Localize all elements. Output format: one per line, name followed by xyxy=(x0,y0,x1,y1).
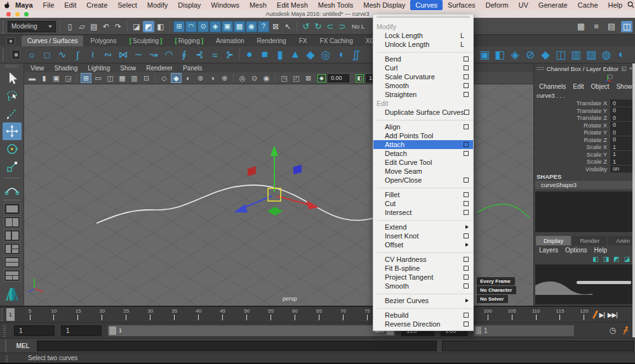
construction-history-off-icon[interactable]: ⊃ xyxy=(337,21,348,32)
attribute-value-field[interactable]: on xyxy=(610,166,633,172)
undock-panel-icon[interactable]: ◱ xyxy=(621,65,627,72)
shelf-tab[interactable]: Curves / Surfaces xyxy=(22,36,83,46)
insert-isoparm-icon[interactable]: ◍ xyxy=(599,47,614,62)
channel-box-menu-item[interactable]: Object xyxy=(591,83,610,90)
loft-icon[interactable]: ∬ xyxy=(349,47,364,62)
textured-icon[interactable]: ◐ xyxy=(183,73,194,83)
lock-selection-icon[interactable]: ⊠ xyxy=(270,21,281,32)
sculpt-surface-icon[interactable]: ◐ xyxy=(614,47,629,62)
panel-menu-item[interactable]: View xyxy=(30,65,44,72)
make-live-icon[interactable]: ▩ xyxy=(234,21,245,32)
resolution-gate-icon[interactable]: ◫ xyxy=(105,73,116,83)
modeling-toolkit-icon[interactable]: ▦ xyxy=(575,21,587,32)
option-box-icon[interactable] xyxy=(464,275,469,280)
channel-box-menu-item[interactable]: Show xyxy=(616,83,632,90)
step-forward-button[interactable]: ▶| xyxy=(599,311,605,318)
pencil-curve-icon[interactable]: ∫ xyxy=(70,47,85,62)
attribute-label[interactable]: Visibility xyxy=(585,166,607,172)
nurbs-cylinder-icon[interactable]: ▮ xyxy=(272,47,288,62)
keyframe-marker-icon[interactable]: ◆ xyxy=(318,74,326,82)
menu-item[interactable] xyxy=(377,117,473,122)
construction-history-on-icon[interactable]: ⊂ xyxy=(324,21,336,32)
select-object-icon[interactable]: ◩ xyxy=(143,21,154,32)
option-box-icon[interactable] xyxy=(464,56,469,62)
attribute-label[interactable]: Translate Z xyxy=(577,114,607,121)
attribute-label[interactable]: Rotate Y xyxy=(584,129,607,136)
panel-menu-item[interactable]: Renderer xyxy=(146,65,173,72)
panel-toolbar-icon[interactable] xyxy=(275,74,276,82)
lasso-select-tool[interactable] xyxy=(3,87,22,105)
layout-three-pane-button[interactable] xyxy=(4,270,20,282)
copy-layout-icon[interactable]: ◳ xyxy=(279,73,290,83)
layout-single-pane-button[interactable] xyxy=(4,203,20,215)
nurbs-plane-icon[interactable]: ◆ xyxy=(303,47,318,62)
menubar-item[interactable]: Select xyxy=(112,0,142,10)
menubar-item[interactable]: Mesh Tools xyxy=(313,0,358,10)
menubar-item[interactable]: Mesh xyxy=(244,0,272,10)
lights-icon[interactable]: ⊛ xyxy=(195,73,206,83)
menubar-item[interactable]: Modify xyxy=(142,0,173,10)
attribute-value-field[interactable]: 0 xyxy=(610,114,633,121)
highlight-selection-icon[interactable]: ↖ xyxy=(282,21,293,32)
nurbs-cone-icon[interactable]: ▲ xyxy=(288,47,303,62)
tearoff-panel-icon[interactable]: ⊠ xyxy=(303,73,314,83)
attribute-label[interactable]: Scale Z xyxy=(587,158,607,165)
shelf-tab[interactable]: FX Caching xyxy=(314,36,358,46)
menu-item[interactable]: Edit xyxy=(373,99,473,108)
go-to-end-button[interactable]: ▶▶| xyxy=(608,311,617,318)
layout-two-pane-side-button[interactable] xyxy=(4,230,20,242)
trim-icon[interactable]: ▥ xyxy=(568,47,584,62)
window-minimize-button[interactable] xyxy=(15,12,20,16)
panel-menu-item[interactable]: Show xyxy=(120,65,136,72)
safe-action-icon[interactable]: ⊡ xyxy=(141,73,152,83)
attribute-value-field[interactable]: 1 xyxy=(610,151,633,158)
arc-tool-icon[interactable]: ◠ xyxy=(161,47,177,62)
nurbs-torus-icon[interactable]: ◎ xyxy=(318,47,333,62)
layout-persp-outliner-button[interactable] xyxy=(4,243,20,255)
channel-box-menu-item[interactable]: Channels xyxy=(539,83,566,90)
panel-menu-item[interactable]: Panels xyxy=(183,65,203,72)
panel-toolbar-icon[interactable] xyxy=(233,74,234,82)
channel-box-icon[interactable]: ◫ xyxy=(621,21,632,32)
option-box-icon[interactable] xyxy=(464,124,469,129)
cut-curve-icon[interactable]: ≈ xyxy=(207,47,222,62)
attribute-value-field[interactable]: 1 xyxy=(610,143,633,150)
edit-points-icon[interactable]: ∮ xyxy=(177,47,192,62)
snap-grid-icon[interactable]: ⊞ xyxy=(173,21,185,32)
playback-start-field[interactable]: 1 xyxy=(61,325,102,336)
layer-editor-menu-item[interactable]: Layers xyxy=(539,247,558,254)
toolbox-grip[interactable] xyxy=(6,65,18,68)
layer-editor-menu-item[interactable]: Help xyxy=(594,247,607,254)
channel-box-menu-item[interactable]: Edit xyxy=(573,83,584,90)
menubar-item[interactable]: Generate xyxy=(533,0,573,10)
menu-item[interactable]: Fillet xyxy=(373,190,473,199)
rotate-tool[interactable] xyxy=(3,140,22,158)
menubar-item[interactable]: Create xyxy=(81,0,112,10)
select-hierarchy-icon[interactable]: ◪ xyxy=(131,21,142,32)
shelf-tab[interactable]: Rendering xyxy=(251,36,292,46)
shelf-grip[interactable] xyxy=(1,48,5,61)
layer-editor-tab[interactable]: Anim xyxy=(608,236,635,245)
option-box-icon[interactable] xyxy=(464,192,469,197)
layout-two-pane-stacked-button[interactable] xyxy=(4,256,20,268)
menu-item[interactable]: Bend xyxy=(373,55,473,63)
option-box-icon[interactable] xyxy=(464,74,469,79)
command-input-field[interactable] xyxy=(37,341,437,351)
shelf-menu-button[interactable] xyxy=(6,37,15,45)
menu-item[interactable]: Modify xyxy=(373,22,473,31)
revolve-icon[interactable]: ◖ xyxy=(333,47,349,62)
new-scene-icon[interactable]: ▯ xyxy=(64,21,76,32)
boundary-icon[interactable]: ⊘ xyxy=(523,47,538,62)
attribute-label[interactable]: Translate X xyxy=(577,100,607,107)
menubar-item[interactable]: Surfaces xyxy=(443,0,480,10)
extrude-icon[interactable]: ◧ xyxy=(492,47,507,62)
move-layer-down-icon[interactable]: ◨ xyxy=(603,256,609,263)
option-box-icon[interactable] xyxy=(464,313,469,318)
shelf-tab[interactable]: Polygons xyxy=(84,36,122,46)
menu-item[interactable]: Add Points Tool xyxy=(373,131,473,140)
tool-settings-icon[interactable]: ≡ xyxy=(591,21,602,32)
start-frame-field[interactable]: 0.00 xyxy=(328,74,349,82)
menubar-item[interactable]: Edit xyxy=(59,0,81,10)
crossed-curves-icon[interactable]: ⋈ xyxy=(116,47,131,62)
menu-item[interactable]: Smooth xyxy=(373,81,473,90)
